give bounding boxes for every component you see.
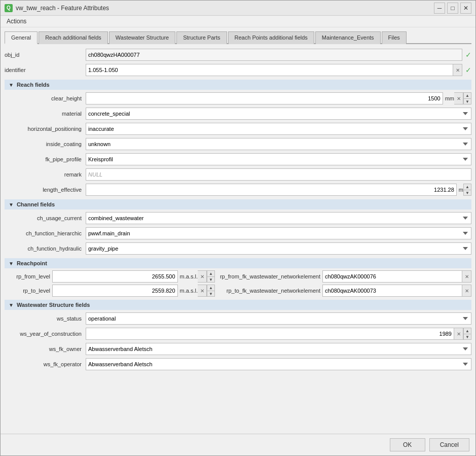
rp-to-level-col: rp_to_level m.a.s.l. ✕ ▲ ▼ — [5, 285, 215, 297]
rp-from-level-input-wrapper: m.a.s.l. ✕ ▲ ▼ — [52, 270, 215, 283]
rp-from-fk-col: rp_from_fk_wastewater_networkelement ✕ — [219, 270, 471, 283]
tab-bar: General Reach additional fields Wastewat… — [5, 31, 471, 44]
cancel-button[interactable]: Cancel — [429, 438, 469, 451]
wastewater-structure-fields-section-header[interactable]: ▼ Wastewater Structure fields — [5, 300, 471, 310]
title-bar: Q vw_tww_reach - Feature Attributes ─ □ … — [1, 1, 475, 16]
obj-id-label: obj_id — [5, 52, 86, 58]
obj-id-check-icon: ✓ — [465, 51, 471, 59]
ch-usage-current-select[interactable]: combined_wastewater — [86, 212, 471, 224]
rp-to-row: rp_to_level m.a.s.l. ✕ ▲ ▼ rp_to_fk_wast… — [5, 285, 471, 297]
material-select[interactable]: concrete_special — [86, 108, 471, 120]
remark-input[interactable] — [86, 168, 471, 181]
rp-from-level-spin-down[interactable]: ▼ — [207, 276, 215, 283]
ch-function-hydraulic-row: ch_function_hydraulic gravity_pipe — [5, 242, 471, 255]
ws-year-spin-down[interactable]: ▼ — [463, 334, 471, 340]
clear-height-input-wrapper: mm ✕ ▲ ▼ — [86, 92, 471, 104]
rp-to-fk-clear-button[interactable]: ✕ — [462, 285, 471, 297]
tab-reach-additional-fields[interactable]: Reach additional fields — [39, 31, 108, 44]
ws-year-label: ws_year_of_construction — [5, 331, 86, 337]
length-effective-unit: m — [459, 187, 463, 193]
ws-year-input[interactable] — [86, 328, 454, 340]
rp-from-fk-input[interactable] — [322, 270, 462, 283]
clear-height-unit: mm — [445, 95, 454, 101]
tab-maintenance-events[interactable]: Maintenance_Events — [315, 31, 381, 44]
rp-from-row: rp_from_level m.a.s.l. ✕ ▲ ▼ rp_from_fk_… — [5, 270, 471, 283]
rp-from-level-label: rp_from_level — [5, 273, 50, 279]
material-label: material — [5, 111, 86, 117]
identifier-row: identifier ✕ ✓ — [5, 63, 471, 77]
rp-from-fk-clear-button[interactable]: ✕ — [462, 270, 471, 283]
ok-button[interactable]: OK — [390, 438, 425, 451]
rp-from-level-input[interactable] — [52, 270, 178, 283]
ws-fk-owner-select[interactable]: Abwasserverband Aletsch — [86, 343, 471, 355]
rp-to-level-unit: m.a.s.l. — [180, 288, 198, 294]
identifier-input-wrapper: ✕ — [86, 64, 462, 76]
reachpoint-section-header[interactable]: ▼ Reachpoint — [5, 258, 471, 268]
inside-coating-select[interactable]: unknown — [86, 138, 471, 150]
app-icon: Q — [5, 4, 13, 12]
length-effective-spin-up[interactable]: ▲ — [463, 184, 471, 190]
main-window: Q vw_tww_reach - Feature Attributes ─ □ … — [0, 0, 476, 456]
obj-id-row: obj_id ✓ — [5, 48, 471, 61]
ws-fk-operator-label: ws_fk_operator — [5, 361, 86, 367]
rp-to-level-spin-up[interactable]: ▲ — [207, 285, 215, 291]
rp-to-fk-input[interactable] — [322, 285, 462, 297]
ch-function-hierarchic-row: ch_function_hierarchic pwwf.main_drain — [5, 227, 471, 240]
ws-year-spin-up[interactable]: ▲ — [463, 328, 471, 334]
tab-files[interactable]: Files — [382, 31, 407, 44]
ws-year-input-wrapper: ✕ ▲ ▼ — [86, 328, 471, 340]
rp-from-level-spinner: ▲ ▼ — [207, 270, 215, 283]
rp-to-level-spin-down[interactable]: ▼ — [207, 291, 215, 297]
clear-height-input[interactable] — [86, 92, 443, 104]
maximize-button[interactable]: □ — [447, 3, 458, 14]
rp-from-level-unit: m.a.s.l. — [180, 273, 198, 279]
clear-height-clear-button[interactable]: ✕ — [454, 92, 463, 104]
ws-year-clear-button[interactable]: ✕ — [454, 328, 463, 340]
ws-fk-operator-select[interactable]: Abwasserverband Aletsch — [86, 358, 471, 370]
reach-fields-collapse-icon: ▼ — [9, 82, 14, 88]
fk-pipe-profile-select[interactable]: Kreisprofil — [86, 153, 471, 165]
minimize-button[interactable]: ─ — [434, 3, 445, 14]
channel-fields-section-label: Channel fields — [17, 201, 55, 207]
length-effective-label: length_effective — [5, 187, 86, 193]
clear-height-spin-down[interactable]: ▼ — [463, 98, 471, 104]
length-effective-input-wrapper: m ▲ ▼ — [86, 184, 471, 196]
obj-id-input-wrapper — [86, 49, 462, 61]
ch-function-hydraulic-select[interactable]: gravity_pipe — [86, 242, 471, 255]
clear-height-row: clear_height mm ✕ ▲ ▼ — [5, 92, 471, 105]
ws-status-label: ws_status — [5, 315, 86, 322]
ws-fk-owner-row: ws_fk_owner Abwasserverband Aletsch — [5, 342, 471, 356]
clear-height-spin-up[interactable]: ▲ — [463, 92, 471, 98]
length-effective-spin-down[interactable]: ▼ — [463, 190, 471, 196]
rp-to-level-clear-button[interactable]: ✕ — [198, 285, 207, 297]
form-area: obj_id ✓ identifier ✕ ✓ ▼ Reach fields — [5, 48, 471, 430]
ch-function-hierarchic-select[interactable]: pwwf.main_drain — [86, 227, 471, 239]
reach-fields-section-label: Reach fields — [17, 82, 50, 88]
rp-to-fk-col: rp_to_fk_wastewater_networkelement ✕ — [219, 285, 471, 297]
ws-status-select[interactable]: operational — [86, 312, 471, 325]
length-effective-input[interactable] — [86, 184, 457, 196]
ws-fk-operator-row: ws_fk_operator Abwasserverband Aletsch — [5, 358, 471, 371]
rp-to-level-label: rp_to_level — [5, 288, 50, 294]
rp-from-level-col: rp_from_level m.a.s.l. ✕ ▲ ▼ — [5, 270, 215, 283]
tab-wastewater-structure[interactable]: Wastewater Structure — [109, 31, 175, 44]
tab-reach-points-additional-fields[interactable]: Reach Points additional fields — [228, 31, 314, 44]
horizontal-positioning-select[interactable]: inaccurate — [86, 123, 471, 135]
close-button[interactable]: ✕ — [460, 3, 471, 14]
wastewater-structure-fields-collapse-icon: ▼ — [9, 302, 14, 308]
rp-from-level-clear-button[interactable]: ✕ — [198, 270, 207, 283]
rp-to-level-spinner: ▲ ▼ — [207, 285, 215, 297]
actions-menu[interactable]: Actions — [5, 17, 28, 26]
identifier-clear-button[interactable]: ✕ — [453, 64, 462, 76]
rp-from-level-spin-up[interactable]: ▲ — [207, 270, 215, 276]
rp-to-level-input[interactable] — [52, 285, 178, 297]
obj-id-input[interactable] — [86, 49, 462, 61]
tab-structure-parts[interactable]: Structure Parts — [176, 31, 227, 44]
length-effective-spinner: ▲ ▼ — [463, 184, 471, 196]
identifier-input[interactable] — [86, 64, 453, 76]
reach-fields-section-header[interactable]: ▼ Reach fields — [5, 80, 471, 90]
inside-coating-label: inside_coating — [5, 141, 86, 147]
channel-fields-section-header[interactable]: ▼ Channel fields — [5, 199, 471, 209]
clear-height-label: clear_height — [5, 95, 86, 101]
tab-general[interactable]: General — [5, 31, 38, 44]
